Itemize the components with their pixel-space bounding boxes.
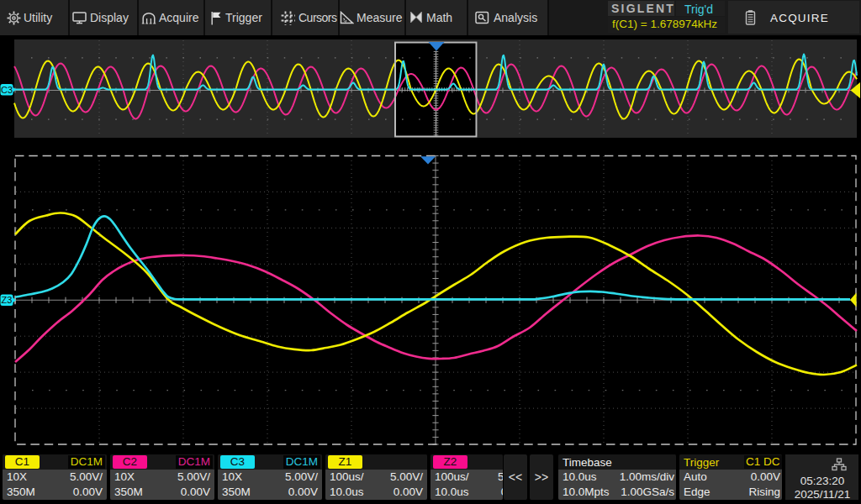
svg-text:Z3: Z3 xyxy=(2,295,13,305)
svg-text:C3: C3 xyxy=(1,85,13,95)
